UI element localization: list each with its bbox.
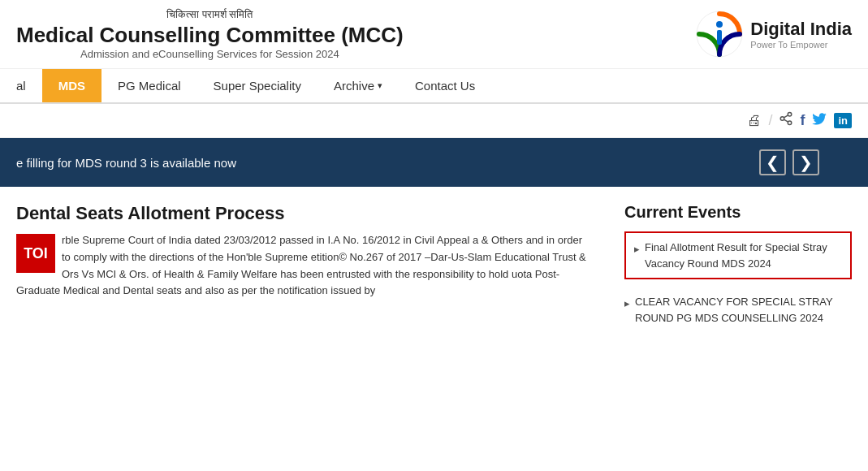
article-section: Dental Seats Allotment Process TOI rble …	[0, 203, 608, 468]
archive-label: Archive	[334, 79, 374, 93]
digital-india-sub: Power To Empower	[750, 40, 852, 50]
header-branding: चिकित्सा परामर्श समिति Medical Counselli…	[16, 8, 404, 60]
header-title: Medical Counselling Committee (MCC)	[16, 23, 404, 48]
archive-chevron-icon: ▾	[378, 80, 382, 91]
bullet-icon: ▸	[634, 241, 640, 257]
svg-point-5	[788, 121, 792, 125]
main-content: Dental Seats Allotment Process TOI rble …	[0, 187, 868, 468]
digital-india-logo-icon	[695, 10, 744, 58]
nav-item-mds[interactable]: MDS	[42, 69, 101, 102]
twitter-icon[interactable]	[811, 110, 827, 131]
share-icon[interactable]	[779, 111, 793, 130]
article-title: Dental Seats Allotment Process	[16, 203, 592, 224]
event-text-1: Final Allotment Result for Special Stray…	[645, 240, 842, 271]
bullet-icon-2: ▸	[624, 296, 630, 312]
sidebar-title: Current Events	[624, 203, 852, 222]
nav-item-al[interactable]: al	[0, 69, 42, 102]
article-body: TOI rble Supreme Court of India dated 23…	[16, 232, 592, 300]
header-subtitle: Admission and eCounselling Services for …	[80, 48, 339, 60]
header-logo: Digital India Power To Empower	[695, 10, 852, 58]
digital-india-text: Digital India Power To Empower	[750, 19, 852, 50]
svg-line-6	[784, 119, 788, 122]
svg-line-7	[784, 115, 788, 118]
nav-item-contact-us[interactable]: Contact Us	[399, 69, 491, 102]
main-nav: al MDS PG Medical Super Speciality Archi…	[0, 69, 868, 104]
banner: e filling for MDS round 3 is available n…	[0, 138, 868, 187]
toolbar: 🖨 / f in	[0, 104, 868, 138]
header-hindi: चिकित्सा परामर्श समिति	[166, 8, 253, 21]
print-icon[interactable]: 🖨	[747, 112, 762, 129]
nav-item-pg-medical[interactable]: PG Medical	[101, 69, 197, 102]
article-text: rble Supreme Court of India dated 23/03/…	[16, 232, 592, 300]
event-item-highlighted[interactable]: ▸ Final Allotment Result for Special Str…	[624, 231, 852, 279]
banner-navigation: ❮ ❯	[759, 149, 819, 175]
banner-text: e filling for MDS round 3 is available n…	[16, 156, 236, 170]
facebook-icon[interactable]: f	[800, 112, 805, 129]
toolbar-separator: /	[768, 112, 772, 129]
banner-prev-icon[interactable]: ❮	[759, 149, 786, 175]
svg-point-3	[788, 113, 792, 117]
banner-next-icon[interactable]: ❯	[792, 149, 819, 175]
linkedin-icon[interactable]: in	[834, 113, 852, 128]
event-text-2: CLEAR VACANCY FOR SPECIAL STRAY ROUND PG…	[635, 294, 852, 326]
current-events-sidebar: Current Events ▸ Final Allotment Result …	[608, 203, 868, 468]
svg-point-1	[716, 21, 723, 28]
digital-india-main: Digital India	[750, 19, 852, 40]
event-item-normal[interactable]: ▸ CLEAR VACANCY FOR SPECIAL STRAY ROUND …	[624, 289, 852, 331]
nav-item-archive[interactable]: Archive ▾	[317, 69, 399, 102]
header: चिकित्सा परामर्श समिति Medical Counselli…	[0, 0, 868, 69]
nav-item-super-speciality[interactable]: Super Speciality	[197, 69, 317, 102]
toi-badge: TOI	[16, 234, 55, 273]
svg-rect-2	[717, 30, 722, 45]
svg-point-4	[781, 117, 785, 121]
